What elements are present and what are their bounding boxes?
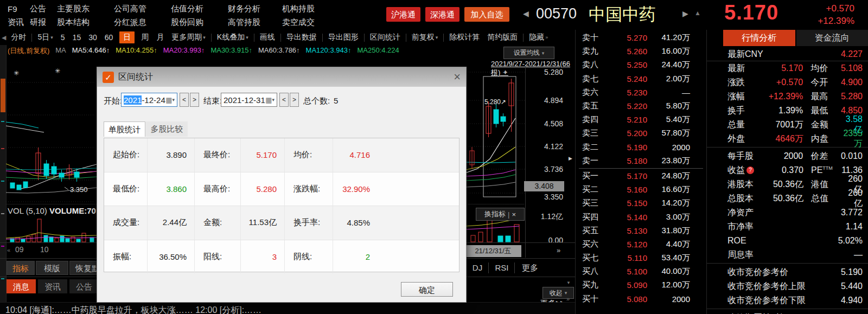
exright-calc[interactable]: 除权计算 bbox=[449, 33, 480, 42]
start-date-next-button[interactable]: > bbox=[190, 93, 199, 107]
menu-institutions[interactable]: 机构持股 bbox=[282, 4, 315, 14]
tab-template[interactable]: 模版 bbox=[36, 261, 68, 275]
expand-icon[interactable]: » bbox=[557, 246, 560, 254]
period-5min[interactable]: 5 bbox=[61, 33, 65, 42]
menu-share-structure[interactable]: 股本结构 bbox=[57, 17, 114, 28]
period-minute[interactable]: 分时 bbox=[11, 33, 26, 42]
ask-row[interactable]: 卖二5.1902000 bbox=[576, 140, 706, 154]
hk-connect-sz-button[interactable]: 深港通 bbox=[425, 7, 459, 22]
period-60min[interactable]: 60 bbox=[105, 33, 113, 42]
bid-row[interactable]: 买七5.11053.40万 bbox=[576, 251, 706, 265]
tab-quote-analysis[interactable]: 行情分析 bbox=[723, 30, 795, 46]
set-ma-button[interactable]: 设置均线▾ bbox=[503, 47, 554, 59]
ask-row[interactable]: 卖四5.2105.40万 bbox=[576, 113, 706, 126]
minimap-thumb[interactable] bbox=[1, 79, 5, 112]
period-weekly[interactable]: 周 bbox=[141, 33, 149, 42]
menu-short-selling[interactable]: 卖空成交 bbox=[282, 17, 315, 28]
axis-tick-low: 3.350 bbox=[524, 193, 563, 201]
close-icon[interactable]: × bbox=[512, 210, 516, 219]
ask-row[interactable]: 卖六5.230— bbox=[576, 86, 706, 99]
confirm-button[interactable]: 确定 bbox=[401, 282, 453, 297]
rewind-icon[interactable]: « bbox=[7, 247, 10, 253]
bid-row[interactable]: 买四5.1403.00万 bbox=[576, 210, 706, 223]
calendar-icon[interactable]: ▦ bbox=[165, 96, 172, 104]
ask-row[interactable]: 卖八5.25024.40万 bbox=[576, 58, 706, 72]
next-stock-icon[interactable]: ▶ bbox=[682, 9, 688, 18]
toolbar-back-icon[interactable]: ◀ bbox=[2, 34, 6, 41]
menu-buybacks[interactable]: 股份回购 bbox=[171, 17, 228, 28]
bid-row[interactable]: 买六5.1204.40万 bbox=[576, 238, 706, 251]
add-watchlist-button[interactable]: 加入自选 bbox=[464, 7, 509, 22]
ask-row[interactable]: 卖九5.26016.00万 bbox=[576, 44, 706, 58]
start-date-prev-button[interactable]: < bbox=[180, 93, 189, 107]
news-ticker[interactable]: 10:04 [海通]:……中药股早盘拉升，板块大涨…… 12:00 [分析]:…… bbox=[0, 302, 575, 314]
menu-f9[interactable]: F9 bbox=[8, 4, 30, 14]
prev-stock-icon[interactable]: ◀ bbox=[523, 9, 529, 18]
quote-row: 最新5.170均价5.108 bbox=[707, 61, 868, 75]
volume-axis-min: 0.00 bbox=[524, 236, 563, 245]
menu-dividends[interactable]: 分红派息 bbox=[114, 17, 171, 28]
export-data[interactable]: 导出数据 bbox=[286, 33, 317, 42]
ask-row[interactable]: 卖五5.2205.80万 bbox=[576, 99, 706, 113]
end-date-input[interactable]: 2021-12-31 ▦ ▾ bbox=[221, 93, 277, 107]
menu-news[interactable]: 资讯 bbox=[8, 17, 30, 28]
bid-row[interactable]: 买二5.16016.60万 bbox=[576, 183, 706, 196]
forward-adjust[interactable]: 前复权▾ bbox=[412, 33, 438, 42]
calendar-icon[interactable]: ▦ bbox=[265, 96, 272, 104]
period-30min[interactable]: 30 bbox=[88, 33, 97, 42]
draw-line[interactable]: 画线 bbox=[260, 33, 275, 42]
ask-row[interactable]: 卖三5.20057.80万 bbox=[576, 126, 706, 140]
trading-terminal: F9 公告 主要股东 公司高管 估值分析 财务分析 机构持股 资讯 研报 股本结… bbox=[0, 0, 868, 314]
hk-connect-sh-button[interactable]: 沪港通 bbox=[386, 7, 420, 22]
question-badge-icon[interactable]: ? bbox=[746, 166, 754, 174]
ask-row[interactable]: 卖十5.27041.20万 bbox=[576, 31, 706, 44]
ask-row[interactable]: 卖七5.2402.00万 bbox=[576, 72, 706, 86]
dialog-titlebar[interactable]: ✓ 区间统计 × bbox=[97, 67, 466, 87]
menu-financials[interactable]: 财务分析 bbox=[228, 4, 282, 14]
pin-icon[interactable]: ▲ bbox=[694, 9, 701, 17]
simple-layout[interactable]: 简约版面 bbox=[487, 33, 518, 42]
end-date-next-button[interactable]: > bbox=[290, 93, 299, 107]
menu-valuation[interactable]: 估值分析 bbox=[171, 4, 228, 14]
end-date-prev-button[interactable]: < bbox=[279, 93, 289, 107]
more-periods[interactable]: 更多周期▾ bbox=[171, 33, 206, 42]
scroll-down-icon[interactable]: ▼ bbox=[566, 280, 571, 285]
ask-row[interactable]: 卖一5.18023.80万 bbox=[576, 154, 706, 168]
period-monthly[interactable]: 月 bbox=[156, 33, 164, 42]
tab-kdj[interactable]: DJ bbox=[468, 262, 487, 274]
period-15min[interactable]: 15 bbox=[73, 33, 81, 42]
bid-row[interactable]: 买五5.13031.80万 bbox=[576, 224, 706, 238]
bid-row[interactable]: 买三5.15014.20万 bbox=[576, 196, 706, 210]
chevron-down-icon[interactable]: ▾ bbox=[272, 97, 275, 102]
period-5day[interactable]: 5日▾ bbox=[37, 33, 53, 42]
menu-research[interactable]: 研报 bbox=[30, 17, 57, 28]
bid-row[interactable]: 买十5.0802000 bbox=[576, 292, 706, 306]
bid-row[interactable]: 买八5.10040.00万 bbox=[576, 265, 706, 278]
chevron-down-icon[interactable]: ▾ bbox=[172, 97, 175, 102]
tab-more-indicators[interactable]: 更多 bbox=[516, 262, 544, 274]
menu-executives[interactable]: 公司高管 bbox=[114, 4, 171, 14]
kline-overlay[interactable]: K线叠加▾ bbox=[217, 33, 248, 42]
menu-major-shareholders[interactable]: 主要股东 bbox=[57, 4, 114, 14]
tab-news[interactable]: 资讯 bbox=[38, 279, 67, 293]
tab-messages[interactable]: 消息 bbox=[7, 279, 36, 293]
tab-multi-stock-compare[interactable]: 多股比较 bbox=[146, 121, 188, 137]
start-date-input[interactable]: 2021-12-24 ▦ ▾ bbox=[121, 93, 177, 107]
hide-toolbar[interactable]: 隐藏» bbox=[529, 33, 548, 42]
tab-fund-flow[interactable]: 资金流向 bbox=[796, 30, 868, 46]
close-icon[interactable]: × bbox=[454, 72, 461, 82]
menu-announcements[interactable]: 公告 bbox=[30, 4, 57, 14]
period-daily-active[interactable]: 日 bbox=[119, 31, 135, 43]
tab-indicator[interactable]: 指标 bbox=[7, 261, 35, 275]
switch-indicator-button[interactable]: 换指标 | × bbox=[476, 208, 525, 221]
tab-rsi[interactable]: RSI bbox=[490, 262, 513, 274]
bid-row[interactable]: 买一5.17024.80万 bbox=[576, 169, 706, 183]
export-image[interactable]: 导出图形 bbox=[328, 33, 359, 42]
bid-row[interactable]: 买九5.09012.00万 bbox=[576, 278, 706, 292]
tab-single-stock-stats[interactable]: 单股统计 bbox=[104, 121, 145, 137]
scroll-expand-icon[interactable]: » bbox=[566, 296, 570, 302]
divider bbox=[707, 263, 868, 264]
tab-announcements-bottom[interactable]: 公告 bbox=[69, 279, 99, 293]
interval-stats[interactable]: 区间统计 bbox=[370, 33, 400, 42]
menu-exec-holdings[interactable]: 高管持股 bbox=[228, 17, 282, 28]
